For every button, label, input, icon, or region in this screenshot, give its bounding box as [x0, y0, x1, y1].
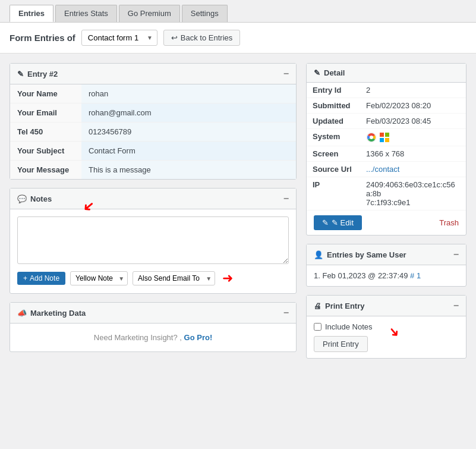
detail-table: Entry Id 2 Submitted Feb/02/2023 08:20 U… [307, 83, 466, 211]
notes-actions: + Add Note Yellow Note White Note Red No… [17, 271, 289, 286]
add-note-label: Add Note [30, 274, 59, 282]
marketing-panel-title: Marketing Data [30, 309, 86, 318]
print-entry-collapse[interactable]: − [453, 300, 459, 311]
marketing-panel: 📣 Marketing Data − Need Marketing Insigh… [10, 302, 297, 352]
yellow-note-select[interactable]: Yellow Note White Note Red Note [70, 271, 128, 285]
pencil-icon: ✎ [322, 218, 329, 227]
detail-row-entryid: Entry Id 2 [307, 83, 466, 98]
include-notes-text: Include Notes [325, 322, 373, 331]
entries-by-user-body: 1. Feb 01,2023 @ 22:37:49 # 1 [307, 265, 466, 286]
entry-by-user-text: 1. Feb 01,2023 @ 22:37:49 [314, 271, 410, 280]
detail-value-source: .../contact [360, 162, 466, 177]
also-send-select[interactable]: Also Send Email To Admin User [133, 271, 215, 285]
entries-by-user-panel: 👤 Entries by Same User − 1. Feb 01,2023 … [306, 244, 466, 287]
print-entry-title: Print Entry [325, 302, 364, 310]
entry-table-container: Your Name rohan Your Email rohan@gmail.c… [10, 84, 296, 179]
detail-label-system: System [307, 129, 360, 146]
print-entry-button[interactable]: Print Entry [314, 336, 368, 352]
detail-label-submitted: Submitted [307, 98, 360, 114]
tab-settings[interactable]: Settings [182, 5, 228, 22]
detail-panel: ✎ Detail Entry Id 2 Submitted Feb/02/202… [306, 63, 466, 236]
detail-label-entryid: Entry Id [307, 83, 360, 98]
field-value-subject: Contact Form [81, 142, 296, 161]
field-label-email: Your Email [10, 103, 81, 123]
back-button-label: Back to Entries [181, 33, 232, 42]
marketing-panel-header: 📣 Marketing Data − [10, 303, 296, 324]
table-row: Your Subject Contact Form [10, 142, 296, 161]
notes-icon: 💬 [17, 194, 27, 203]
marketing-text: Need Marketing Insight? , [94, 333, 182, 342]
field-value-message: This is a message [81, 161, 296, 180]
form-select[interactable]: Contact form 1 Contact form 2 [81, 30, 157, 46]
user-icon: 👤 [314, 250, 323, 259]
detail-label-ip: IP [307, 177, 360, 211]
detail-label-updated: Updated [307, 114, 360, 129]
print-entry-title-group: 🖨 Print Entry [314, 302, 364, 310]
entries-by-user-collapse[interactable]: − [453, 249, 459, 260]
notes-textarea[interactable] [17, 216, 289, 264]
entries-by-user-header: 👤 Entries by Same User − [307, 244, 466, 265]
notes-panel: 💬 Notes − ➜ + Add Note [10, 188, 297, 294]
table-row: Your Email rohan@gmail.com [10, 103, 296, 123]
detail-value-updated: Feb/03/2023 08:45 [360, 114, 466, 129]
form-entries-label: Form Entries of [10, 33, 75, 43]
entry-by-user-link[interactable]: # 1 [410, 271, 421, 280]
detail-row-system: System [307, 129, 466, 146]
plus-icon: + [23, 274, 27, 282]
entry-table: Your Name rohan Your Email rohan@gmail.c… [10, 84, 296, 179]
go-pro-link[interactable]: Go Pro! [184, 333, 213, 342]
also-send-select-wrapper: Also Send Email To Admin User ▼ [133, 271, 215, 285]
print-entry-panel: 🖨 Print Entry − Include Notes ➜ Print En… [306, 295, 466, 359]
notes-panel-title: Notes [30, 194, 52, 203]
add-note-button[interactable]: + Add Note [17, 272, 65, 285]
print-entry-body: Include Notes ➜ Print Entry [307, 316, 466, 358]
field-value-name: rohan [81, 84, 296, 103]
field-label-subject: Your Subject [10, 142, 81, 161]
os-icons [366, 132, 460, 143]
notes-panel-header: 💬 Notes − [10, 189, 296, 209]
detail-panel-title: Detail [324, 68, 345, 77]
detail-value-screen: 1366 x 768 [360, 146, 466, 162]
back-icon: ↩ [171, 33, 178, 42]
tab-go-premium[interactable]: Go Premium [119, 5, 180, 22]
marketing-icon: 📣 [17, 309, 27, 318]
entry-panel-collapse[interactable]: − [283, 68, 289, 79]
entry-panel-title: Entry #2 [27, 70, 58, 79]
marketing-panel-collapse[interactable]: − [283, 307, 289, 318]
svg-rect-5 [385, 138, 389, 142]
trash-link[interactable]: Trash [439, 218, 459, 227]
field-label-name: Your Name [10, 84, 81, 103]
left-column: ✎ Entry #2 − Your Name rohan Your Email … [10, 63, 297, 359]
detail-label-screen: Screen [307, 146, 360, 162]
entry-icon: ✎ [17, 70, 24, 79]
svg-rect-4 [380, 138, 384, 142]
notes-panel-collapse[interactable]: − [283, 193, 289, 204]
arrow-annotation-also-send: ➜ [222, 271, 233, 286]
detail-row-ip: IP 2409:4063:6e03:ce1c:c56a:8b7c:1f93:c9… [307, 177, 466, 211]
include-notes-label[interactable]: Include Notes [314, 322, 459, 331]
right-column: ✎ Detail Entry Id 2 Submitted Feb/02/202… [306, 63, 466, 359]
tab-entries[interactable]: Entries [10, 5, 53, 22]
marketing-panel-title-group: 📣 Marketing Data [17, 309, 86, 318]
detail-label-source: Source Url [307, 162, 360, 177]
edit-label: ✎ Edit [332, 218, 354, 227]
svg-rect-3 [385, 133, 389, 137]
table-row: Tel 450 0123456789 [10, 123, 296, 142]
source-url-link[interactable]: .../contact [366, 165, 399, 174]
detail-value-submitted: Feb/02/2023 08:20 [360, 98, 466, 114]
include-notes-checkbox[interactable] [314, 323, 321, 331]
detail-value-entryid: 2 [360, 83, 466, 98]
svg-rect-2 [380, 133, 384, 137]
entry-panel-title-group: ✎ Entry #2 [17, 70, 58, 79]
notes-panel-title-group: 💬 Notes [17, 194, 52, 203]
detail-panel-title-group: ✎ Detail [314, 68, 345, 77]
printer-icon: 🖨 [314, 302, 321, 310]
entries-by-user-title-group: 👤 Entries by Same User [314, 250, 406, 259]
field-value-email: rohan@gmail.com [81, 103, 296, 123]
table-row: Your Message This is a message [10, 161, 296, 180]
table-row: Your Name rohan [10, 84, 296, 103]
form-select-wrapper: Contact form 1 Contact form 2 ▼ [81, 30, 157, 46]
edit-button[interactable]: ✎ ✎ Edit [314, 215, 362, 230]
back-to-entries-button[interactable]: ↩ Back to Entries [163, 30, 240, 46]
tab-entries-stats[interactable]: Entries Stats [55, 5, 117, 22]
